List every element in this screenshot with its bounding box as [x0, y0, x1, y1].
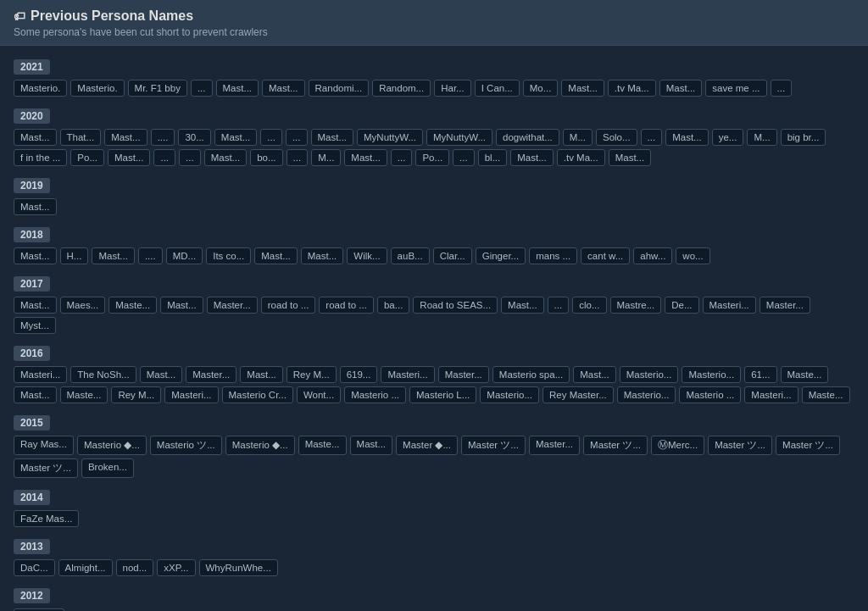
tag[interactable]: big br...: [781, 129, 826, 146]
tag[interactable]: Maste...: [108, 297, 157, 314]
tag[interactable]: Clar...: [433, 247, 472, 264]
tag[interactable]: ...: [286, 129, 308, 146]
tag[interactable]: Maste...: [802, 386, 850, 403]
tag[interactable]: Masterio L...: [409, 386, 476, 403]
tag[interactable]: Mo...: [523, 80, 559, 97]
tag[interactable]: MD...: [166, 247, 203, 264]
tag[interactable]: Masterio ◆...: [77, 436, 147, 455]
tag[interactable]: Master ツ...: [776, 436, 840, 455]
tag[interactable]: Masterio ...: [344, 386, 406, 403]
tag[interactable]: Masteri...: [14, 366, 67, 383]
tag[interactable]: save me ...: [705, 80, 766, 97]
tag[interactable]: Mast...: [214, 129, 258, 146]
tag[interactable]: Master ツ...: [14, 458, 78, 478]
tag[interactable]: Masteri...: [164, 386, 218, 403]
tag[interactable]: Mast...: [350, 436, 393, 455]
tag[interactable]: Po...: [415, 149, 449, 166]
tag[interactable]: Mast...: [659, 80, 703, 97]
tag[interactable]: Master...: [760, 297, 810, 314]
tag[interactable]: Mast...: [510, 149, 554, 166]
tag[interactable]: Rey Master...: [542, 386, 614, 403]
tag[interactable]: ⓂMerc...: [651, 436, 704, 455]
tag[interactable]: MyNuttyW...: [426, 129, 492, 146]
tag[interactable]: Masteri...: [744, 386, 798, 403]
tag[interactable]: ...: [771, 80, 793, 97]
tag[interactable]: De...: [665, 297, 698, 314]
tag[interactable]: bl...: [478, 149, 508, 166]
tag[interactable]: ...: [287, 149, 309, 166]
tag[interactable]: M...: [747, 129, 776, 146]
tag[interactable]: Master ツ...: [708, 436, 772, 455]
tag[interactable]: road to ...: [319, 297, 374, 314]
tag[interactable]: ...: [179, 149, 201, 166]
tag[interactable]: ....: [138, 247, 163, 264]
tag[interactable]: Mast...: [609, 149, 652, 166]
tag[interactable]: Broken...: [81, 458, 134, 478]
tag[interactable]: nod...: [116, 559, 154, 576]
tag[interactable]: Masterio...: [617, 386, 676, 403]
tag[interactable]: auB...: [391, 247, 430, 264]
tag[interactable]: The NoSh...: [70, 366, 136, 383]
tag[interactable]: 61...: [744, 366, 776, 383]
tag[interactable]: Master...: [186, 366, 236, 383]
tag[interactable]: Master...: [529, 436, 580, 455]
tag[interactable]: Master ツ...: [461, 436, 526, 455]
tag[interactable]: Maes...: [60, 297, 106, 314]
tag[interactable]: Masterio.: [70, 80, 124, 97]
tag[interactable]: Mast...: [140, 366, 183, 383]
tag[interactable]: Mast...: [160, 297, 203, 314]
tag[interactable]: Mast...: [204, 149, 248, 166]
tag[interactable]: Road to SEAS...: [413, 297, 498, 314]
tag[interactable]: Master ツ...: [583, 436, 648, 455]
tag[interactable]: road to ...: [261, 297, 316, 314]
tag[interactable]: Mast...: [301, 247, 344, 264]
tag[interactable]: Master ◆...: [396, 436, 458, 455]
tag[interactable]: Masterio ◆...: [225, 436, 295, 455]
tag[interactable]: Mast...: [665, 129, 709, 146]
tag[interactable]: Mast...: [344, 149, 387, 166]
tag[interactable]: Mast...: [14, 198, 57, 215]
tag[interactable]: Mast...: [216, 80, 259, 97]
tag[interactable]: ...: [548, 297, 570, 314]
tag[interactable]: Po...: [70, 149, 104, 166]
tag[interactable]: ...: [260, 129, 282, 146]
tag[interactable]: I Can...: [475, 80, 520, 97]
tag[interactable]: M...: [311, 149, 341, 166]
tag[interactable]: Mast...: [262, 80, 305, 97]
tag[interactable]: ba...: [377, 297, 409, 314]
tag[interactable]: Wont...: [297, 386, 341, 403]
tag[interactable]: ...: [391, 149, 413, 166]
tag[interactable]: Ginger...: [476, 247, 526, 264]
tag[interactable]: Masterio ツ...: [150, 436, 222, 455]
tag[interactable]: FaZe Mas...: [14, 510, 79, 527]
tag[interactable]: Mast...: [254, 247, 298, 264]
tag[interactable]: Mast...: [108, 149, 151, 166]
tag[interactable]: ...: [453, 149, 475, 166]
tag[interactable]: Wilk...: [347, 247, 387, 264]
tag[interactable]: Masterio spa...: [492, 366, 570, 383]
tag[interactable]: Myst...: [14, 317, 56, 334]
tag[interactable]: clo...: [572, 297, 606, 314]
tag[interactable]: Rey M...: [287, 366, 337, 383]
tag[interactable]: Mast...: [14, 129, 57, 146]
tag[interactable]: H...: [60, 247, 89, 264]
tag[interactable]: Mast...: [104, 129, 147, 146]
tag[interactable]: Mast...: [561, 80, 604, 97]
tag[interactable]: dogwithat...: [496, 129, 559, 146]
tag[interactable]: Mast...: [240, 366, 283, 383]
tag[interactable]: mans ...: [529, 247, 577, 264]
tag[interactable]: .tv Ma...: [557, 149, 605, 166]
tag[interactable]: Har...: [434, 80, 470, 97]
tag[interactable]: Almight...: [58, 559, 113, 576]
tag[interactable]: Mast...: [92, 247, 135, 264]
tag[interactable]: Masterio ...: [679, 386, 741, 403]
tag[interactable]: Mast...: [311, 129, 354, 146]
tag[interactable]: Rey M...: [111, 386, 161, 403]
tag[interactable]: ahw...: [633, 247, 672, 264]
tag[interactable]: Randomi...: [309, 80, 370, 97]
tag[interactable]: Masteri...: [381, 366, 434, 383]
tag[interactable]: Mast...: [14, 247, 57, 264]
tag[interactable]: ....: [151, 129, 175, 146]
tag[interactable]: Masterio Cr...: [222, 386, 293, 403]
tag[interactable]: That...: [60, 129, 102, 146]
